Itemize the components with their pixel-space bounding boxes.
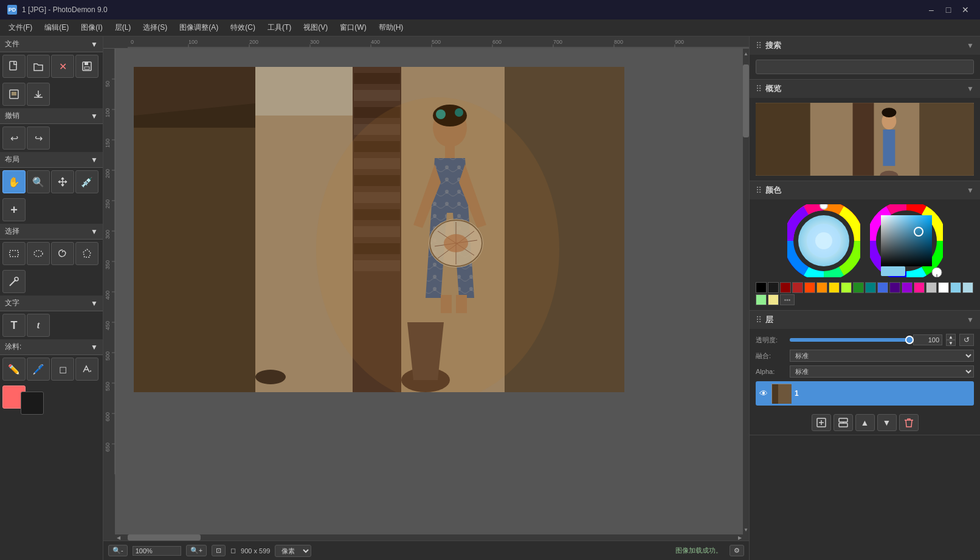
select-section-header[interactable]: 选择 ▼ <box>0 224 103 240</box>
layout-section-header[interactable]: 布局 ▼ <box>0 152 103 168</box>
text-button[interactable]: T <box>2 314 26 337</box>
menu-view[interactable]: 视图(V) <box>297 20 334 35</box>
move-down-button[interactable]: ▼ <box>877 414 897 431</box>
swatch-darkred[interactable] <box>780 282 791 293</box>
pencil-button[interactable]: ✏️ <box>2 358 26 381</box>
redo-button[interactable]: ↪ <box>27 126 50 150</box>
unit-select[interactable]: 像素 <box>275 545 311 557</box>
new-file-button[interactable] <box>2 55 26 78</box>
swatch-violet[interactable] <box>902 282 913 293</box>
minimize-button[interactable]: – <box>924 4 939 16</box>
blend-select[interactable]: 标准 叠加 正片叠底 屏幕 柔光 <box>790 350 974 362</box>
magic-wand-button[interactable] <box>2 270 26 293</box>
polygon-select-button[interactable] <box>75 242 98 265</box>
rect-select-button[interactable] <box>2 242 26 265</box>
menu-image[interactable]: 图像(I) <box>75 20 108 35</box>
layer-visibility-icon[interactable]: 👁 <box>759 389 768 398</box>
more-swatches-button[interactable]: ••• <box>780 294 795 305</box>
add-button[interactable]: + <box>2 198 26 221</box>
eraser-button[interactable]: ◻ <box>51 358 74 381</box>
text-style-button[interactable]: t <box>27 314 50 337</box>
opacity-value-input[interactable] <box>913 334 942 345</box>
ellipse-select-button[interactable] <box>27 242 50 265</box>
opacity-slider[interactable] <box>790 338 909 342</box>
maximize-button[interactable]: □ <box>941 4 956 16</box>
hue-saturation-wheel[interactable] <box>787 204 860 277</box>
menu-effects[interactable]: 特效(C) <box>224 20 261 35</box>
merge-layer-button[interactable] <box>833 414 853 431</box>
brush-button[interactable]: 🖊️ <box>27 358 50 381</box>
swatch-black[interactable] <box>756 282 767 293</box>
swatch-orange[interactable] <box>816 282 827 293</box>
swatch-light-green[interactable] <box>756 294 767 305</box>
swatch-khaki[interactable] <box>768 294 779 305</box>
undo-button[interactable]: ↩ <box>2 126 26 150</box>
layers-header[interactable]: ⠿ 层 ▼ <box>750 311 980 329</box>
menu-help[interactable]: 帮助(H) <box>373 20 410 35</box>
swatch-white[interactable] <box>938 282 949 293</box>
zoom-in-button[interactable]: 🔍+ <box>186 545 207 556</box>
canvas-scroll[interactable] <box>116 49 743 534</box>
lasso-select-button[interactable] <box>51 242 74 265</box>
eyedropper-button[interactable]: 💉 <box>75 170 98 193</box>
hand-tool-button[interactable]: ✋ <box>2 170 26 193</box>
move-up-button[interactable]: ▲ <box>855 414 875 431</box>
swatch-green[interactable] <box>853 282 864 293</box>
scroll-up-button[interactable]: ▲ <box>743 49 749 58</box>
opacity-down-arrow[interactable]: ▼ <box>946 340 956 346</box>
bg-color-swatch[interactable] <box>21 392 44 415</box>
save-file-button[interactable] <box>75 55 98 78</box>
file-section-header[interactable]: 文件 ▼ <box>0 36 103 52</box>
layer-item[interactable]: 👁 1 <box>756 381 974 406</box>
opacity-up-arrow[interactable]: ▲ <box>946 334 956 340</box>
menu-window[interactable]: 窗口(W) <box>334 20 372 35</box>
menu-adjust[interactable]: 图像调整(A) <box>173 20 224 35</box>
menu-select[interactable]: 选择(S) <box>137 20 173 35</box>
swatch-yellow-green[interactable] <box>841 282 852 293</box>
settings-button[interactable]: ⚙ <box>730 545 744 556</box>
opacity-reset-button[interactable]: ↺ <box>959 334 974 346</box>
menu-tools[interactable]: 工具(T) <box>261 20 297 35</box>
text-section-header[interactable]: 文字 ▼ <box>0 296 103 311</box>
v-scroll-thumb[interactable] <box>743 64 749 137</box>
swatch-dark[interactable] <box>768 282 779 293</box>
undo-section-header[interactable]: 撤销 ▼ <box>0 108 103 124</box>
move-tool-button[interactable] <box>51 170 74 193</box>
swatch-sky-blue[interactable] <box>950 282 961 293</box>
import-button[interactable] <box>2 83 26 106</box>
paint-section-header[interactable]: 涂料: ▼ <box>0 339 103 355</box>
zoom-input[interactable] <box>133 546 181 556</box>
swatch-orange-red[interactable] <box>804 282 815 293</box>
swatch-silver[interactable] <box>926 282 937 293</box>
h-scrollbar[interactable] <box>122 534 737 541</box>
v-scrollbar[interactable] <box>743 58 749 525</box>
menu-layer[interactable]: 层(L) <box>109 20 137 35</box>
add-layer-button[interactable] <box>812 414 831 431</box>
swatch-indigo[interactable] <box>889 282 900 293</box>
color-value-wheel[interactable] <box>870 204 943 277</box>
search-input[interactable] <box>756 60 974 74</box>
scroll-right-button[interactable]: ▶ <box>737 534 743 541</box>
color-header[interactable]: ⠿ 颜色 ▼ <box>750 181 980 199</box>
close-file-button[interactable]: ✕ <box>51 55 74 78</box>
open-file-button[interactable] <box>27 55 50 78</box>
scroll-left-button[interactable]: ◀ <box>116 534 122 541</box>
menu-file[interactable]: 文件(F) <box>2 20 38 35</box>
swatch-light-blue[interactable] <box>962 282 973 293</box>
preview-header[interactable]: ⠿ 概览 ▼ <box>750 80 980 98</box>
fit-window-button[interactable]: ⊡ <box>212 545 226 556</box>
zoom-out-button[interactable]: 🔍- <box>108 545 128 556</box>
scroll-down-button[interactable]: ▼ <box>743 525 749 534</box>
menu-edit[interactable]: 编辑(E) <box>38 20 75 35</box>
swatch-yellow[interactable] <box>829 282 840 293</box>
fill-button[interactable] <box>75 358 98 381</box>
zoom-tool-button[interactable]: 🔍 <box>27 170 50 193</box>
swatch-teal[interactable] <box>865 282 876 293</box>
search-header[interactable]: ⠿ 搜索 ▼ <box>750 36 980 55</box>
swatch-red[interactable] <box>792 282 803 293</box>
h-scroll-thumb[interactable] <box>128 534 201 541</box>
swatch-pink[interactable] <box>914 282 925 293</box>
alpha-select[interactable]: 标准 <box>790 365 974 378</box>
swatch-blue[interactable] <box>877 282 888 293</box>
close-button[interactable]: ✕ <box>958 4 973 16</box>
